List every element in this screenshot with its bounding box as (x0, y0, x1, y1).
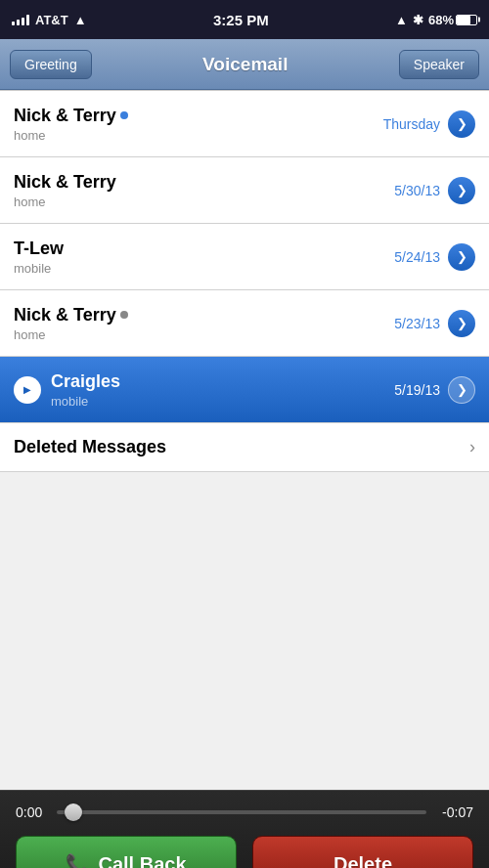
vm-detail-button-1[interactable]: ❯ (448, 110, 475, 138)
player-bar: 0:00 -0:07 📞 Call Back Delete (0, 790, 489, 868)
wifi-icon: ▲ (74, 13, 87, 27)
vm-date-3: 5/24/13 (394, 249, 440, 265)
status-bar: AT&T ▲ 3:25 PM ▲ ✱ 68% (0, 0, 489, 39)
vm-play-button-5[interactable]: ▶ (14, 376, 41, 404)
player-progress-row: 0:00 -0:07 (16, 804, 473, 820)
vm-detail-button-2[interactable]: ❯ (448, 177, 475, 204)
signal-icon (12, 15, 29, 25)
vm-type-1: home (14, 128, 383, 143)
unread-indicator-1 (120, 111, 128, 119)
location-icon: ▲ (395, 13, 408, 27)
call-back-label: Call Back (98, 853, 186, 869)
deleted-messages-label: Deleted Messages (14, 437, 166, 457)
voicemail-item-3[interactable]: T-Lew mobile 5/24/13 ❯ (0, 224, 489, 290)
voicemail-list: Nick & Terry home Thursday ❯ Nick & Terr… (0, 90, 489, 472)
vm-date-5: 5/19/13 (394, 382, 440, 398)
greeting-button[interactable]: Greeting (10, 50, 92, 79)
vm-detail-button-3[interactable]: ❯ (448, 243, 475, 271)
call-back-button[interactable]: 📞 Call Back (16, 836, 237, 868)
vm-type-3: mobile (14, 261, 394, 276)
bluetooth-icon: ✱ (413, 13, 423, 27)
player-action-buttons: 📞 Call Back Delete (16, 836, 473, 868)
delete-button[interactable]: Delete (252, 836, 473, 868)
status-time: 3:25 PM (213, 12, 269, 28)
status-right: ▲ ✱ 68% (395, 13, 477, 27)
vm-date-2: 5/30/13 (394, 183, 440, 198)
vm-detail-button-4[interactable]: ❯ (448, 310, 475, 337)
voicemail-item-2[interactable]: Nick & Terry home 5/30/13 ❯ (0, 157, 489, 224)
voicemail-item-4[interactable]: Nick & Terry home 5/23/13 ❯ (0, 290, 489, 357)
vm-type-5: mobile (51, 394, 394, 409)
deleted-messages-row[interactable]: Deleted Messages › (0, 423, 489, 472)
phone-icon: 📞 (66, 852, 90, 868)
vm-name-3: T-Lew (14, 239, 394, 259)
nav-title: Voicemail (202, 54, 288, 75)
speaker-button[interactable]: Speaker (399, 50, 479, 79)
player-current-time: 0:00 (16, 804, 47, 820)
vm-type-2: home (14, 195, 394, 209)
main-content: Nick & Terry home Thursday ❯ Nick & Terr… (0, 90, 489, 790)
vm-type-4: home (14, 327, 394, 342)
player-remaining-time: -0:07 (436, 804, 473, 820)
vm-detail-button-5[interactable]: ❯ (448, 376, 475, 404)
player-scrubber[interactable] (57, 810, 426, 814)
vm-date-4: 5/23/13 (394, 316, 440, 331)
status-left: AT&T ▲ (12, 13, 87, 27)
vm-name-2: Nick & Terry (14, 172, 394, 193)
deleted-chevron-icon: › (469, 437, 475, 457)
nav-bar: Greeting Voicemail Speaker (0, 39, 489, 90)
vm-name-1: Nick & Terry (14, 106, 116, 126)
vm-name-4: Nick & Terry (14, 305, 116, 326)
content-spacer (0, 472, 489, 790)
unread-indicator-4 (120, 311, 128, 319)
player-thumb[interactable] (65, 803, 82, 821)
vm-date-1: Thursday (383, 116, 440, 132)
vm-name-5: Craigles (51, 371, 394, 392)
voicemail-item-5[interactable]: ▶ Craigles mobile 5/19/13 ❯ (0, 357, 489, 423)
battery-percent: 68% (428, 13, 454, 27)
carrier-label: AT&T (35, 13, 68, 27)
voicemail-item-1[interactable]: Nick & Terry home Thursday ❯ (0, 91, 489, 157)
battery-icon: 68% (428, 13, 477, 27)
